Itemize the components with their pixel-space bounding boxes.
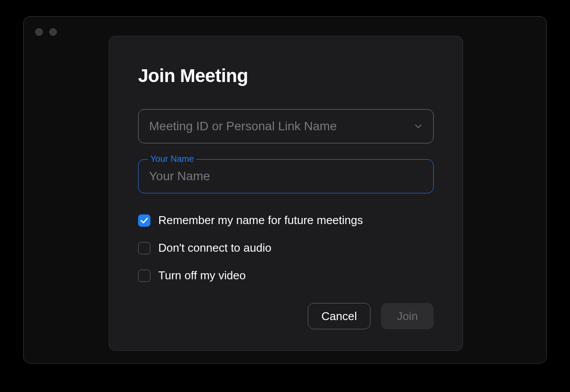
your-name-input[interactable] (138, 159, 434, 193)
window-minimize-button[interactable] (49, 28, 57, 36)
no-video-checkbox-row[interactable]: Turn off my video (138, 269, 434, 282)
meeting-id-row: Meeting ID or Personal Link Name (138, 109, 434, 143)
app-window: Join Meeting Meeting ID or Personal Link… (23, 16, 547, 363)
your-name-row: Your Name (138, 159, 434, 193)
join-meeting-dialog: Join Meeting Meeting ID or Personal Link… (109, 36, 463, 351)
no-audio-checkbox-row[interactable]: Don't connect to audio (138, 241, 434, 255)
window-close-button[interactable] (35, 28, 43, 36)
no-audio-label: Don't connect to audio (158, 241, 271, 255)
chevron-down-icon (414, 124, 423, 129)
cancel-button[interactable]: Cancel (308, 303, 370, 329)
options-group: Remember my name for future meetings Don… (138, 214, 434, 282)
dialog-buttons: Cancel Join (308, 303, 434, 329)
no-audio-checkbox[interactable] (138, 242, 150, 254)
meeting-id-combobox[interactable]: Meeting ID or Personal Link Name (138, 109, 434, 143)
checkmark-icon (140, 217, 148, 224)
remember-name-checkbox[interactable] (138, 214, 150, 227)
meeting-id-placeholder: Meeting ID or Personal Link Name (149, 119, 414, 133)
no-video-label: Turn off my video (158, 269, 246, 282)
no-video-checkbox[interactable] (138, 270, 150, 282)
your-name-float-label: Your Name (148, 154, 196, 164)
remember-name-label: Remember my name for future meetings (158, 214, 363, 227)
dialog-title: Join Meeting (138, 65, 434, 86)
join-button[interactable]: Join (381, 303, 434, 329)
remember-name-checkbox-row[interactable]: Remember my name for future meetings (138, 214, 434, 227)
window-controls (35, 28, 57, 36)
